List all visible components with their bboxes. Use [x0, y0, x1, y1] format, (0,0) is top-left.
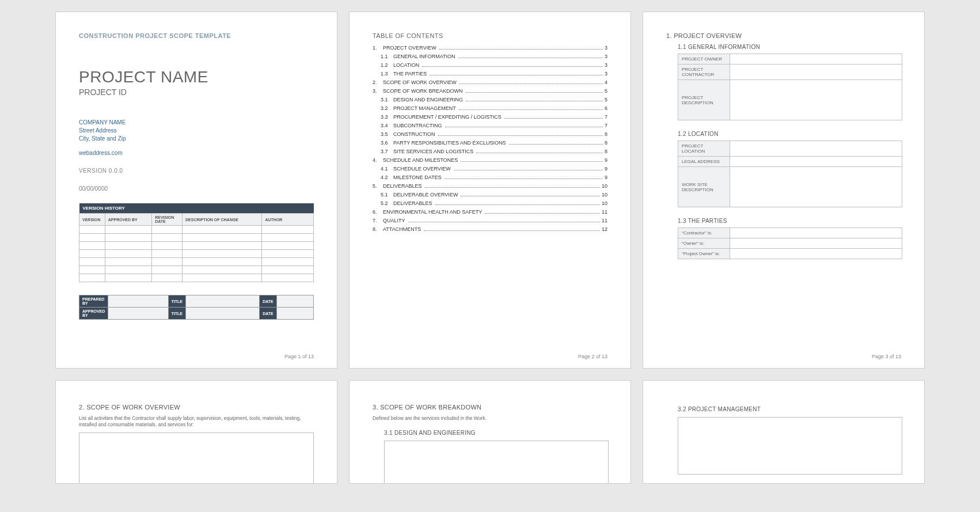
toc-number: 4.2 [381, 175, 393, 180]
vh-col-author: AUTHOR [262, 214, 314, 226]
toc-item: 5.2DELIVERABLES10 [373, 200, 607, 206]
value-cell [730, 65, 902, 80]
page-4: 2. SCOPE OF WORK OVERVIEW List all activ… [55, 380, 337, 484]
sig-prepared-label: PREPARED BY [79, 295, 108, 308]
toc-item: 3.6PARTY RESPONSIBILITIES AND EXCLUSIONS… [373, 140, 607, 146]
toc-label: ENVIRONMENTAL HEALTH AND SAFETY [383, 209, 483, 215]
vh-row [79, 250, 314, 258]
toc-page-number: 9 [605, 166, 607, 172]
sig-title-label: TITLE [168, 308, 185, 320]
value-cell [730, 167, 902, 207]
sig-date-label: DATE [260, 308, 277, 320]
page-2: TABLE OF CONTENTS 1.PROJECT OVERVIEW31.1… [349, 12, 631, 369]
toc-item: 3.SCOPE OF WORK BREAKDOWN5 [373, 88, 607, 94]
toc-label: PROJECT MANAGEMENT [393, 105, 457, 111]
label-project-owner-is: “Project Owner” is: [678, 249, 730, 259]
toc-item: 4.1SCHEDULE OVERVIEW9 [373, 166, 607, 172]
toc-leader [466, 101, 603, 101]
toc-item: 3.1DESIGN AND ENGINEERING5 [373, 97, 607, 103]
version-history-table: VERSION HISTORY VERSION APPROVED BY REVI… [79, 203, 314, 282]
toc-page-number: 5 [605, 88, 607, 94]
toc-leader [438, 135, 603, 136]
toc-label: SCHEDULE OVERVIEW [393, 166, 452, 172]
toc-label: QUALITY [383, 218, 407, 223]
label-owner-is: “Owner” is: [678, 238, 730, 249]
toc-item: 1.PROJECT OVERVIEW3 [373, 45, 607, 51]
toc-item: 1.1GENERAL INFORMATION3 [373, 54, 607, 59]
toc-item: 3.7SITE SERVICES AND LOGISTICS8 [373, 149, 607, 154]
sig-title-label: TITLE [168, 295, 185, 308]
project-id: PROJECT ID [79, 88, 314, 97]
toc-leader [430, 75, 603, 75]
toc-page-number: 8 [605, 149, 607, 154]
label-worksite-desc: WORK SITE DESCRIPTION [678, 167, 730, 207]
toc-label: PROJECT OVERVIEW [383, 45, 438, 51]
toc-page-number: 3 [605, 62, 607, 68]
toc-page-number: 3 [605, 45, 607, 51]
toc-leader [461, 161, 603, 162]
toc-label: SCOPE OF WORK BREAKDOWN [383, 88, 464, 94]
location-table: PROJECT LOCATION LEGAL ADDRESS WORK SITE… [678, 141, 902, 207]
sig-cell [108, 295, 168, 308]
vh-row [79, 234, 314, 242]
label-project-location: PROJECT LOCATION [678, 141, 730, 157]
vh-col-revdate: REVISION DATE [152, 214, 183, 226]
toc-label: LOCATION [393, 62, 420, 68]
page-5: 3. SCOPE OF WORK BREAKDOWN Defined below… [349, 380, 631, 484]
section-1-1-header: 1.1 GENERAL INFORMATION [678, 44, 901, 50]
toc-label: CONSTRUCTION [393, 131, 436, 137]
version-line: VERSION 0.0.0 [79, 168, 314, 174]
toc-leader [504, 118, 603, 119]
toc-number: 5.2 [381, 200, 393, 206]
toc-leader [509, 144, 603, 145]
toc-page-number: 8 [605, 131, 607, 137]
toc-number: 3.1 [381, 97, 393, 103]
toc-header: TABLE OF CONTENTS [373, 32, 607, 39]
sig-cell [185, 308, 259, 320]
sig-date-label: DATE [260, 295, 277, 308]
toc-number: 5.1 [381, 192, 393, 198]
toc-leader [476, 153, 603, 153]
section-1-3-header: 1.3 THE PARTIES [678, 218, 901, 224]
label-legal-address: LEGAL ADDRESS [678, 157, 730, 167]
toc-item: 1.2LOCATION3 [373, 62, 607, 68]
toc-leader [422, 66, 603, 67]
company-block: COMPANY NAME Street Address City, State … [79, 119, 314, 143]
toc-number: 3.3 [381, 114, 393, 120]
page-3: 1. PROJECT OVERVIEW 1.1 GENERAL INFORMAT… [643, 12, 925, 369]
toc-leader [466, 92, 603, 93]
page-1: CONSTRUCTION PROJECT SCOPE TEMPLATE PROJ… [55, 12, 337, 369]
value-cell [730, 141, 902, 157]
toc-page-number: 10 [602, 200, 607, 206]
toc-item: 3.4SUBCONTRACTING7 [373, 123, 607, 128]
vh-row [79, 274, 314, 282]
vh-row [79, 258, 314, 266]
scope-overview-note: List all activities that the Contractor … [79, 415, 314, 428]
toc-label: MILESTONE DATES [393, 175, 443, 180]
page-footer: Page 3 of 13 [872, 354, 901, 359]
toc-page-number: 12 [602, 226, 607, 232]
toc-page-number: 4 [605, 79, 607, 85]
toc-item: 4.SCHEDULE AND MILESTONES9 [373, 157, 607, 163]
toc-item: 7.QUALITY11 [373, 218, 607, 223]
toc-leader [459, 84, 603, 84]
toc-label: SCHEDULE AND MILESTONES [383, 157, 459, 163]
toc-leader [485, 213, 600, 214]
toc-number: 2. [373, 79, 383, 85]
toc-number: 1.1 [381, 54, 393, 59]
toc-page-number: 10 [602, 183, 607, 189]
design-engineering-box [384, 441, 609, 484]
value-cell [730, 80, 902, 120]
page-6: 3.2 PROJECT MANAGEMENT [643, 380, 925, 484]
vh-row [79, 242, 314, 250]
toc-page-number: 11 [602, 218, 607, 223]
toc-item: 5.DELIVERABLES10 [373, 183, 607, 189]
vh-row [79, 266, 314, 274]
toc-page-number: 11 [602, 209, 607, 215]
value-cell [730, 54, 902, 65]
toc-label: GENERAL INFORMATION [393, 54, 457, 59]
vh-row [79, 226, 314, 234]
label-project-contractor: PROJECT CONTRACTOR [678, 65, 730, 80]
toc-item: 1.3THE PARTIES3 [373, 71, 607, 77]
template-header: CONSTRUCTION PROJECT SCOPE TEMPLATE [79, 32, 314, 39]
